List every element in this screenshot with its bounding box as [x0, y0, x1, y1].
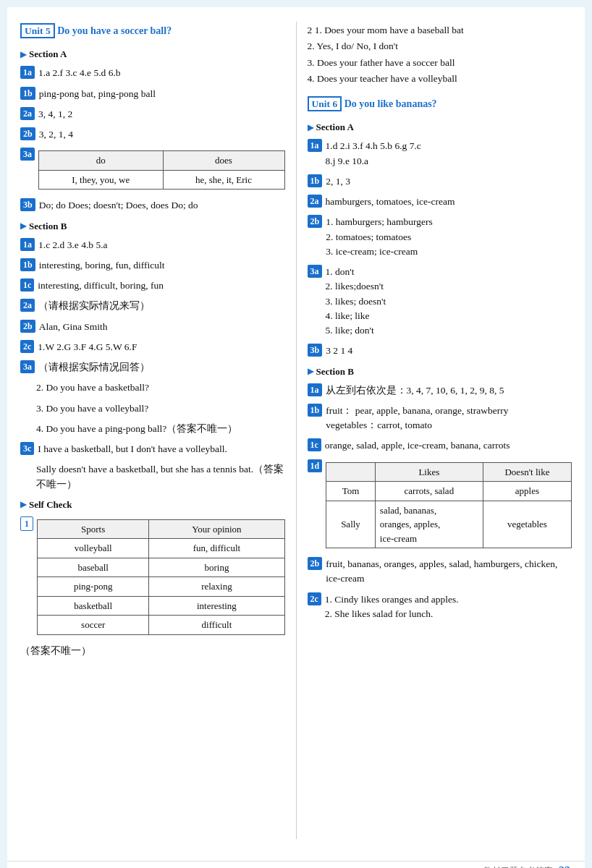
- label-1b-b: 1b: [20, 258, 35, 271]
- r-content-1d-b: Likes Doesn't like Tom carrots, salad ap…: [326, 459, 572, 552]
- answer-1b-b: 1b interesting, boring, fun, difficult: [20, 258, 285, 273]
- r-label-2b: 2b: [308, 215, 323, 228]
- 1d-row-tom: Tom carrots, salad apples: [326, 482, 572, 501]
- answer-1c-b: 1c interesting, difficult, boring, fun: [20, 278, 285, 293]
- footer-text: 教材习题参考答案: [483, 865, 553, 869]
- r-label-3b: 3b: [308, 344, 323, 357]
- answer-3a: 3a do does I, they, you, we he, she, it,…: [20, 148, 285, 192]
- page-number: 23: [559, 864, 570, 868]
- r-label-1d-b: 1d: [308, 459, 323, 472]
- r-answer-2c: 2c 1. Cindy likes oranges and apples. 2.…: [308, 592, 572, 622]
- 3a-col-do: do: [39, 151, 164, 171]
- content-2c-b: 1.W 2.G 3.F 4.G 5.W 6.F: [38, 340, 284, 354]
- content-3b: Do; do Does; doesn't; Does, does Do; do: [39, 198, 285, 213]
- r-answer-2a: 2a hamburgers, tomatoes, ice-cream: [308, 195, 572, 209]
- label-1a: 1a: [20, 66, 35, 79]
- r-content-1a-b: 从左到右依次是：3, 4, 7, 10, 6, 1, 2, 9, 8, 5: [326, 383, 572, 398]
- content-3c-b: I have a basketball, but I don't have a …: [38, 442, 284, 456]
- sc-row-basketball: basketball interesting: [38, 596, 285, 616]
- r-content-1b: 2, 1, 3: [326, 174, 572, 189]
- answer-2a: 2a 3, 4, 1, 2: [20, 107, 285, 122]
- r-content-1b-b: fruit： pear, apple, banana, orange, stra…: [326, 404, 572, 433]
- r-content-3a: 1. don't 2. likes;doesn't 3. likes; does…: [326, 265, 572, 338]
- right-item-1: 2 1. Does your mom have a baseball bat: [308, 23, 572, 38]
- r-answer-3b: 3b 3 2 1 4: [308, 344, 572, 358]
- r-label-2a: 2a: [308, 195, 322, 208]
- content-1a: 1.a 2.f 3.c 4.e 5.d 6.b: [38, 66, 285, 80]
- r-answer-2b: 2b fruit, bananas, oranges, apples, sala…: [308, 557, 572, 587]
- right-item-4: 4. Does your teacher have a volleyball: [308, 72, 572, 86]
- 1d-col-name: [326, 462, 376, 482]
- sc-row-baseball: baseball boring: [38, 558, 285, 577]
- 3a-table: do does I, they, you, we he, she, it, Er…: [38, 150, 285, 190]
- answer-1a: 1a 1.a 2.f 3.c 4.e 5.d 6.b: [20, 66, 285, 80]
- label-3a: 3a: [20, 148, 35, 161]
- content-1c-b: interesting, difficult, boring, fun: [38, 278, 284, 293]
- r-answer-2b: 2b 1. hamburgers; hamburgers 2. tomatoes…: [308, 215, 572, 259]
- answer-3c-b: 3c I have a basketball, but I don't have…: [20, 442, 285, 456]
- content-1a-b: 1.c 2.d 3.e 4.b 5.a: [38, 238, 285, 252]
- label-1b: 1b: [20, 87, 35, 100]
- answer-1b: 1b ping-pong bat, ping-pong ball: [20, 87, 285, 101]
- col-divider: [296, 22, 297, 839]
- 3a-row1-col2: he, she, it, Eric: [163, 170, 284, 190]
- 1d-col-likes: Likes: [375, 462, 483, 482]
- sc-col-sports: Sports: [38, 519, 149, 539]
- r-answer-1d-b: 1d Likes Doesn't like Tom carrots, salad…: [308, 459, 572, 552]
- label-2a-b: 2a: [20, 299, 35, 312]
- answer-2b-b: 2b Alan, Gina Smith: [20, 320, 285, 334]
- r-answer-1b: 1b 2, 1, 3: [308, 174, 572, 189]
- label-1a-b: 1a: [20, 238, 35, 251]
- 3c-b-text2: Sally doesn't have a basketball, but she…: [36, 462, 285, 492]
- right-top-section: 2 1. Does your mom have a baseball bat 2…: [308, 22, 572, 88]
- r-answer-1a: 1a 1.d 2.i 3.f 4.h 5.b 6.g 7.c 8.j 9.e 1…: [308, 139, 572, 169]
- label-2a: 2a: [20, 107, 35, 120]
- r-section-a-header: Section A: [308, 122, 572, 133]
- r-content-3b: 3 2 1 4: [326, 344, 572, 358]
- r-label-1a-b: 1a: [308, 383, 322, 396]
- label-2b: 2b: [20, 127, 35, 140]
- left-column: Unit 5 Do you have a soccer ball? Sectio…: [20, 22, 285, 839]
- answer-2c-b: 2c 1.W 2.G 3.F 4.G 5.W 6.F: [20, 340, 285, 354]
- 3a-b-note: （请根据实际情况回答）: [38, 362, 150, 373]
- r-answer-1c-b: 1c orange, salad, apple, ice-cream, bana…: [308, 438, 572, 453]
- r-answer-3a: 3a 1. don't 2. likes;doesn't 3. likes; d…: [308, 265, 572, 338]
- content-2b-b: Alan, Gina Smith: [39, 320, 285, 334]
- r-content-2a: hamburgers, tomatoes, ice-cream: [326, 195, 572, 209]
- section-a-header: Section A: [20, 48, 285, 60]
- 3a-col-does: does: [163, 151, 284, 171]
- content-3a: do does I, they, you, we he, she, it, Er…: [38, 148, 285, 192]
- label-2b-b: 2b: [20, 320, 35, 333]
- answer-1a-b: 1a 1.c 2.d 3.e 4.b 5.a: [20, 238, 285, 252]
- 1d-table: Likes Doesn't like Tom carrots, salad ap…: [326, 462, 572, 549]
- sc-row-pingpong: ping-pong relaxing: [38, 577, 285, 597]
- unit5-box: Unit 5: [20, 23, 55, 38]
- label-3b: 3b: [20, 198, 35, 211]
- answer-sc1: 1 Sports Your opinion volleyball fun, di…: [20, 516, 285, 638]
- label-sc1: 1: [20, 516, 33, 531]
- right-item-2: 2. Yes, I do/ No, I don't: [308, 39, 572, 54]
- 3c-b-text1: I have a basketball, but I don't have a …: [38, 443, 227, 454]
- sc-row-soccer: soccer difficult: [38, 616, 285, 635]
- r-label-3a: 3a: [308, 265, 322, 278]
- content-1b: ping-pong bat, ping-pong ball: [39, 87, 285, 101]
- answer-2a-b: 2a （请根据实际情况来写）: [20, 299, 285, 313]
- sc-note: （答案不唯一）: [20, 644, 285, 658]
- 3a-row1-col1: I, they, you, we: [39, 170, 164, 190]
- footer: 教材习题参考答案 23: [7, 861, 585, 868]
- r-content-2b-text: fruit, bananas, oranges, apples, salad, …: [326, 557, 572, 587]
- sc-table: Sports Your opinion volleyball fun, diff…: [37, 519, 285, 635]
- unit6-title-row: Unit 6 Do you like bananas?: [308, 96, 572, 114]
- 1d-row-sally: Sally salad, bananas,oranges, apples,ice…: [326, 501, 572, 548]
- unit5-title: Unit 5 Do you have a soccer ball?: [20, 23, 172, 38]
- r-content-1c-b: orange, salad, apple, ice-cream, banana,…: [325, 438, 572, 453]
- r-label-2c: 2c: [308, 592, 321, 605]
- r-content-1a: 1.d 2.i 3.f 4.h 5.b 6.g 7.c 8.j 9.e 10.a: [326, 139, 572, 169]
- 3a-b-item-3: 4. Do you have a ping-pong ball?（答案不唯一）: [36, 422, 285, 436]
- r-label-1c-b: 1c: [308, 438, 321, 451]
- label-3a-b: 3a: [20, 360, 35, 373]
- label-3c-b: 3c: [20, 442, 34, 455]
- 1d-col-doesnt: Doesn't like: [483, 462, 571, 482]
- 3a-b-item-1: 2. Do you have a basketball?: [36, 380, 285, 395]
- unit6-box: Unit 6: [308, 96, 342, 111]
